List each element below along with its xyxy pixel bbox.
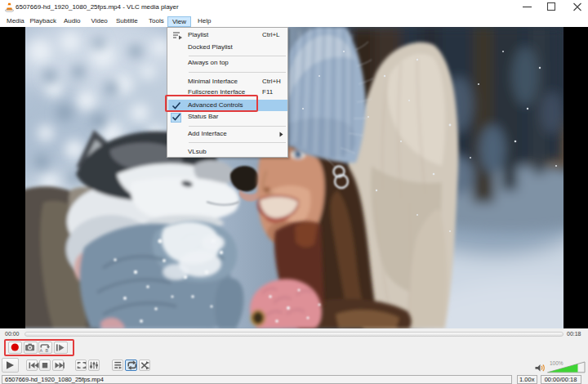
svg-text:B: B xyxy=(46,348,49,353)
svg-text:A: A xyxy=(40,348,43,353)
svg-text:100%: 100% xyxy=(550,360,564,366)
